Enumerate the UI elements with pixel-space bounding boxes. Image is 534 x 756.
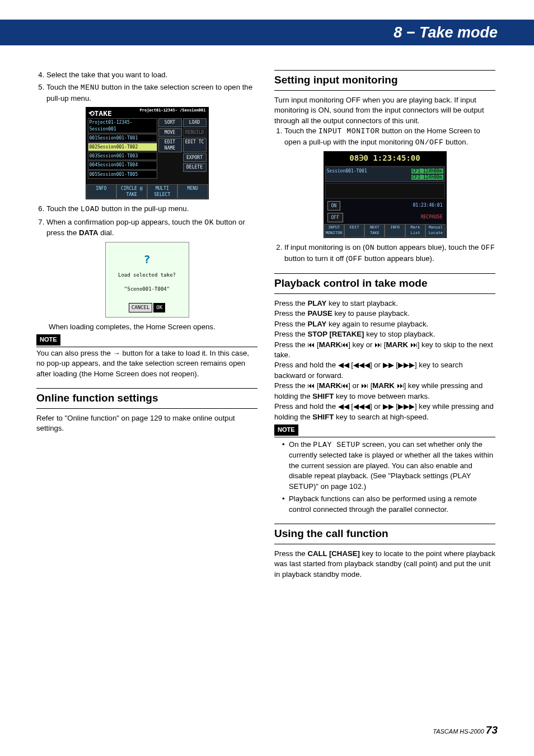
note-body: You can also press the → button for a ta… xyxy=(36,347,257,379)
chapter-header: 8 − Take mode xyxy=(0,20,534,45)
menu-label: MENU xyxy=(81,83,100,92)
left-column: Select the take that you want to load. T… xyxy=(36,70,257,580)
model-name: TASCAM HS-2000 xyxy=(433,728,484,735)
play-line-7: Press the ⏮ [MARK⏮] or ⏭ [MARK ⏭] key wh… xyxy=(274,381,495,402)
setting-step-1: Touch the INPUT MONITOR button on the Ho… xyxy=(284,126,495,148)
step-5: Touch the MENU button in the take select… xyxy=(46,82,257,104)
step-4: Select the take that you want to load. xyxy=(46,70,257,80)
setting-step-2: If input monitoring is on (ON button app… xyxy=(284,242,495,264)
input-monitor-label: INPUT MONITOR xyxy=(318,127,380,136)
page: 8 − Take mode Select the take that you w… xyxy=(0,0,534,756)
play-note-1: On the PLAY SETUP screen, you can set wh… xyxy=(282,440,495,492)
play-line-3: Press the PLAY key again to resume playb… xyxy=(274,319,495,329)
ok-button: OK xyxy=(153,303,165,312)
play-notes: On the PLAY SETUP screen, you can set wh… xyxy=(274,437,495,515)
play-line-4: Press the STOP [RETAKE] key to stop play… xyxy=(274,329,495,339)
step-7: When a confirmation pop-up appears, touc… xyxy=(46,217,257,239)
play-line-5: Press the ⏮ [MARK⏮] key or ⏭ [MARK ⏭] ke… xyxy=(274,340,495,361)
play-line-6: Press and hold the ◀◀ [◀◀◀] or ▶▶ [▶▶▶] … xyxy=(274,360,495,381)
columns: Select the take that you want to load. T… xyxy=(36,20,498,580)
right-column: Setting input monitoring Turn input moni… xyxy=(274,70,495,580)
page-footer: TASCAM HS-2000 73 xyxy=(433,724,498,736)
setting-heading: Setting input monitoring xyxy=(274,70,495,91)
setting-steps-2: If input monitoring is on (ON button app… xyxy=(274,242,495,264)
level-meter xyxy=(325,183,445,199)
cancel-button: CANCEL xyxy=(129,303,153,312)
note-label: NOTE xyxy=(36,334,60,345)
home-screen-screenshot: 08∋0 1:23:45:00 Session001-T001 CF1 124h… xyxy=(324,151,447,238)
play-line-1: Press the PLAY key to start playback. xyxy=(274,298,495,309)
playback-heading: Playback control in take mode xyxy=(274,273,495,294)
load-steps-cont: Touch the LOAD button in the pull-up men… xyxy=(36,204,257,238)
call-heading: Using the call function xyxy=(274,524,495,544)
play-line-8: Press and hold the ◀◀ [◀◀◀] or ▶▶ [▶▶▶] … xyxy=(274,402,495,422)
setting-intro: Turn input monitoring OFF when you are p… xyxy=(274,95,495,126)
play-line-2: Press the PAUSE key to pause playback. xyxy=(274,309,495,319)
question-icon: ? xyxy=(106,251,189,267)
take-menu-screenshot: ⟲TAKEProject01-12345- /Session001 Projec… xyxy=(86,107,209,199)
step-6: Touch the LOAD button in the pull-up men… xyxy=(46,204,257,214)
online-heading: Online function settings xyxy=(36,388,257,409)
right-arrow-icon: → xyxy=(113,349,120,357)
note-label-2: NOTE xyxy=(274,424,298,435)
online-body: Refer to "Online function" on page 129 t… xyxy=(36,413,257,434)
load-label: LOAD xyxy=(81,205,100,213)
load-steps: Select the take that you want to load. T… xyxy=(36,70,257,104)
ok-label: OK xyxy=(204,218,214,227)
call-body: Press the CALL [CHASE] key to locate to … xyxy=(274,549,495,580)
setting-steps: Touch the INPUT MONITOR button on the Ho… xyxy=(274,126,495,148)
load-complete-text: When loading completes, the Home Screen … xyxy=(36,322,257,332)
confirm-popup-screenshot: ? Load selected take? "Scene001-T004" CA… xyxy=(105,242,189,318)
page-number: 73 xyxy=(486,724,498,736)
play-note-2: Playback functions can also be performed… xyxy=(282,494,495,515)
chapter-title: 8 − Take mode xyxy=(394,24,498,41)
